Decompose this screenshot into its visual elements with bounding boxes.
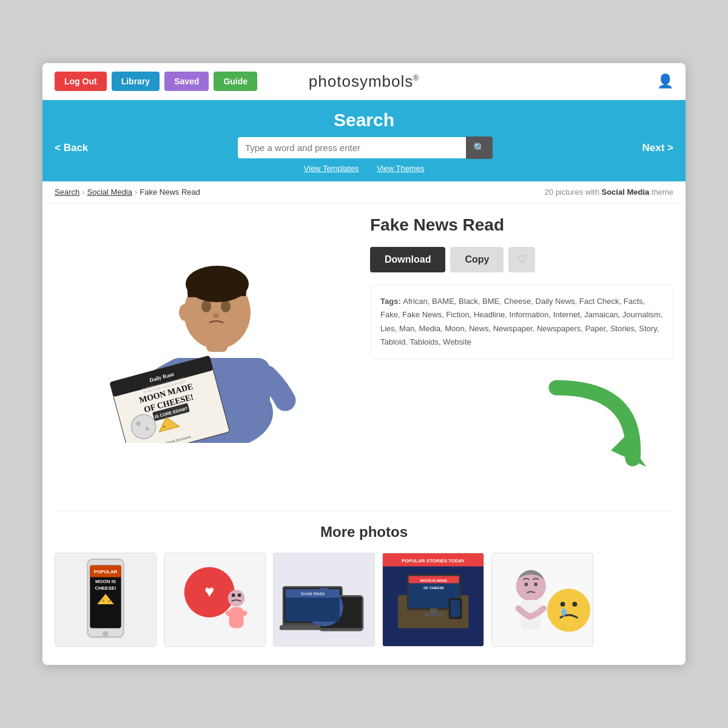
logout-button[interactable]: Log Out	[55, 72, 107, 91]
thumbnail-1[interactable]: POPULAR MOON IS CHEESE!	[55, 553, 157, 647]
search-links: View Templates View Themes	[55, 164, 673, 173]
user-icon[interactable]: 👤	[657, 73, 673, 89]
info-panel: Fake News Read Download Copy ♡ Tags: Afr…	[370, 215, 673, 492]
tags-label: Tags:	[380, 297, 403, 306]
site-title: photosymbols®	[309, 72, 419, 91]
svg-point-44	[238, 593, 241, 597]
svg-text:POPULAR: POPULAR	[94, 568, 118, 574]
search-title: Search	[55, 110, 673, 130]
top-nav: Log Out Library Saved Guide photosymbols…	[42, 63, 686, 100]
svg-point-75	[547, 588, 590, 632]
search-header: Search < Back 🔍 Next > View Templates Vi…	[42, 100, 686, 181]
main-image: Daily Rant As World Crisis escalates we …	[55, 215, 358, 440]
thumb5-svg	[492, 553, 593, 647]
svg-point-76	[561, 602, 565, 607]
svg-text:POPULAR STORIES TODAY: POPULAR STORIES TODAY	[402, 558, 465, 563]
photo-area: Daily Rant As World Crisis escalates we …	[55, 215, 358, 440]
photo-title: Fake News Read	[370, 215, 673, 235]
breadcrumb-search[interactable]: Search	[55, 187, 79, 197]
breadcrumb: Search › Social Media › Fake News Read 2…	[42, 181, 686, 203]
breadcrumb-left: Search › Social Media › Fake News Read	[55, 187, 200, 197]
svg-point-77	[572, 602, 577, 607]
more-photos-title: More photos	[55, 524, 673, 541]
section-divider	[55, 511, 673, 511]
thumbnail-5[interactable]	[491, 553, 593, 647]
thumbnail-3[interactable]: f Social Media	[273, 553, 375, 647]
thumb4-svg: POPULAR STORIES TODAY MOON IS MADE OF CH…	[383, 553, 484, 647]
svg-point-43	[232, 593, 235, 597]
svg-text:CHEESE!: CHEESE!	[95, 585, 116, 591]
saved-button[interactable]: Saved	[164, 72, 209, 91]
thumb2-svg: ♥	[164, 553, 265, 647]
svg-point-41	[228, 590, 245, 607]
thumbnail-4[interactable]: POPULAR STORIES TODAY MOON IS MADE OF CH…	[382, 553, 484, 647]
svg-text:MOON IS MADE: MOON IS MADE	[420, 579, 448, 582]
download-button[interactable]: Download	[370, 247, 445, 272]
view-templates-link[interactable]: View Templates	[304, 164, 359, 173]
svg-point-74	[534, 582, 538, 586]
breadcrumb-social-media[interactable]: Social Media	[87, 187, 132, 197]
svg-point-36	[108, 600, 110, 602]
svg-rect-68	[451, 600, 460, 617]
svg-text:Social Media: Social Media	[300, 592, 325, 596]
more-photos-section: More photos POPULAR MOON IS CHEESE!	[42, 517, 686, 665]
view-themes-link[interactable]: View Themes	[377, 164, 424, 173]
thumb3-svg: f Social Media	[274, 553, 374, 647]
svg-point-8	[213, 313, 219, 318]
svg-text:♥: ♥	[204, 582, 214, 601]
svg-text:OF CHEESE: OF CHEESE	[423, 586, 444, 590]
svg-point-78	[562, 608, 567, 616]
search-box: 🔍	[238, 136, 493, 159]
svg-rect-66	[425, 613, 443, 616]
page-wrapper: Log Out Library Saved Guide photosymbols…	[42, 63, 686, 664]
svg-text:MOON IS: MOON IS	[95, 579, 116, 584]
main-content: Daily Rant As World Crisis escalates we …	[42, 203, 686, 504]
svg-point-73	[524, 582, 528, 586]
tags-section: Tags: African, BAME, Black, BME, Cheese,…	[370, 285, 673, 359]
breadcrumb-sep2: ›	[135, 187, 137, 197]
library-button[interactable]: Library	[112, 72, 160, 91]
thumbnail-2[interactable]: ♥	[164, 553, 266, 647]
svg-point-10	[179, 304, 191, 321]
tags-list: African, BAME, Black, BME, Cheese, Daily…	[380, 297, 662, 346]
search-submit-button[interactable]: 🔍	[466, 136, 493, 159]
svg-point-37	[103, 631, 109, 637]
heart-button[interactable]: ♡	[508, 247, 535, 272]
arrow-area	[370, 359, 673, 493]
next-link[interactable]: Next >	[642, 142, 673, 154]
back-link[interactable]: < Back	[55, 142, 88, 154]
copy-button[interactable]: Copy	[450, 247, 504, 272]
svg-point-7	[221, 300, 231, 312]
svg-point-6	[201, 300, 211, 312]
green-arrow-icon	[540, 371, 649, 480]
breadcrumb-sep1: ›	[82, 187, 84, 197]
main-photo-svg: Daily Rant As World Crisis escalates we …	[61, 212, 352, 443]
svg-point-35	[102, 599, 104, 602]
search-row: < Back 🔍 Next >	[55, 136, 673, 159]
thumb1-svg: POPULAR MOON IS CHEESE!	[55, 553, 156, 647]
search-input[interactable]	[238, 137, 466, 158]
breadcrumb-current: Fake News Read	[140, 187, 200, 197]
breadcrumb-count: 20 pictures with Social Media theme	[545, 187, 673, 197]
nav-buttons: Log Out Library Saved Guide	[55, 72, 257, 91]
guide-button[interactable]: Guide	[214, 72, 257, 91]
thumbnails-row: POPULAR MOON IS CHEESE!	[55, 553, 673, 647]
action-buttons: Download Copy ♡	[370, 247, 673, 272]
